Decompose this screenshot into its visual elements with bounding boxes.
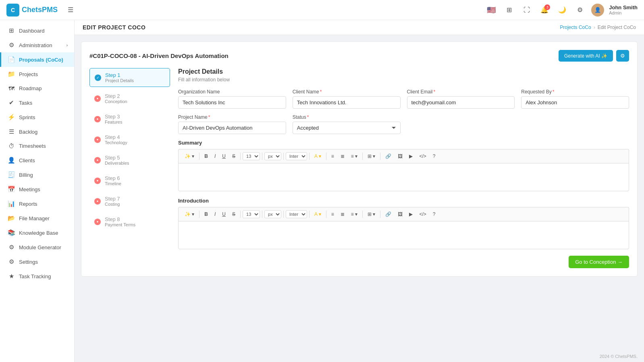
sidebar-item-file-manager[interactable]: 📂 File Manager (0, 211, 74, 225)
sidebar: ⊞ Dashboard ⚙ Administration ›📄 Proposal… (0, 20, 75, 362)
step-item-step8[interactable]: Step 8 Payment Terms (89, 213, 170, 231)
step-label-step4: Technology (105, 140, 127, 145)
sidebar-item-settings[interactable]: ⚙ Settings (0, 254, 74, 269)
sidebar-item-backlog[interactable]: ☰ Backlog (0, 124, 74, 139)
client-name-input[interactable] (293, 96, 401, 109)
status-select[interactable]: AcceptedPendingRejectedIn Progress (293, 122, 401, 134)
align-btn-2[interactable]: ≡ ▾ (348, 210, 360, 219)
align-btn[interactable]: ≡ ▾ (348, 152, 360, 161)
notification-bell[interactable]: 🔔 3 (538, 4, 551, 17)
step-item-step7[interactable]: Step 7 Costing (89, 192, 170, 210)
sidebar-item-meetings[interactable]: 📅 Meetings (0, 182, 74, 197)
unit-select-2[interactable]: px (264, 210, 281, 218)
client-email-label: Client Email* (407, 89, 515, 95)
step-dot-step4 (94, 137, 101, 143)
step-item-step6[interactable]: Step 6 Timeline (89, 172, 170, 190)
step-number-step3: Step 3 (105, 114, 122, 120)
theme-toggle[interactable]: 🌙 (556, 4, 569, 17)
strikethrough-btn[interactable]: S (229, 152, 238, 161)
help-btn-2[interactable]: ? (430, 210, 438, 219)
client-name-label: Client Name* (293, 89, 401, 95)
client-email-input[interactable] (407, 96, 515, 109)
sidebar-item-timesheets[interactable]: ⏱ Timesheets (0, 139, 74, 153)
intro-toolbar: ✨ ▾ B I U S 13 px In (178, 207, 629, 221)
sidebar-item-task-tracking[interactable]: ★ Task Tracking (0, 269, 74, 283)
settings-icon: ⚙ (8, 258, 15, 265)
sidebar-label-roadmap: Roadmap (19, 85, 42, 91)
ol-btn-2[interactable]: ≣ (338, 210, 347, 219)
magic-btn[interactable]: ✨ ▾ (182, 152, 197, 161)
generate-ai-button[interactable]: Generate with AI ✨ (559, 50, 613, 62)
step-item-step2[interactable]: Step 2 Conception (89, 89, 170, 108)
sidebar-item-billing[interactable]: 🧾 Billing (0, 168, 74, 182)
code-btn-2[interactable]: </> (416, 210, 429, 219)
org-name-input[interactable] (178, 96, 286, 109)
project-name-input[interactable] (178, 122, 286, 134)
font-select-2[interactable]: Inter (286, 210, 307, 218)
media-btn[interactable]: ▶ (406, 152, 415, 161)
magic-btn-2[interactable]: ✨ ▾ (182, 210, 197, 219)
step-item-step5[interactable]: Step 5 Deliverables (89, 151, 170, 169)
color-btn-2[interactable]: A ▾ (312, 210, 324, 219)
help-btn[interactable]: ? (430, 152, 438, 161)
ul-btn[interactable]: ≡ (328, 152, 337, 161)
table-btn[interactable]: ⊞ ▾ (365, 152, 378, 161)
sidebar-item-dashboard[interactable]: ⊞ Dashboard (0, 23, 74, 38)
sidebar-item-tasks[interactable]: ✔ Tasks (0, 95, 74, 110)
meetings-icon: 📅 (8, 186, 15, 193)
hamburger-menu[interactable]: ☰ (64, 4, 77, 17)
intro-label: Introduction (178, 198, 629, 204)
summary-editor-body[interactable] (178, 163, 629, 191)
sidebar-item-reports[interactable]: 📊 Reports (0, 197, 74, 211)
step-number-step4: Step 4 (105, 134, 127, 140)
sidebar-item-administration[interactable]: ⚙ Administration › (0, 38, 74, 52)
strikethrough-btn-2[interactable]: S (229, 210, 238, 219)
underline-btn-2[interactable]: U (219, 210, 229, 219)
breadcrumb-separator: › (594, 25, 595, 30)
fontsize-select-2[interactable]: 13 (243, 210, 260, 218)
step-item-step3[interactable]: Step 3 Features (89, 110, 170, 128)
underline-btn[interactable]: U (219, 152, 229, 161)
fullscreen-icon[interactable]: ⛶ (520, 4, 533, 17)
step-item-step1[interactable]: Step 1 Project Details (89, 68, 170, 87)
font-select[interactable]: Inter (286, 152, 307, 160)
logo[interactable]: C ChetsPMS (6, 4, 58, 17)
table-btn-2[interactable]: ⊞ ▾ (365, 210, 378, 219)
image-btn[interactable]: 🖼 (395, 152, 405, 161)
summary-label: Summary (178, 140, 629, 146)
settings-icon[interactable]: ⚙ (573, 4, 586, 17)
italic-btn-2[interactable]: I (212, 210, 218, 219)
language-selector[interactable]: 🇺🇸 (485, 4, 498, 17)
step-item-step4[interactable]: Step 4 Technology (89, 130, 170, 149)
fontsize-select[interactable]: 13 (243, 152, 260, 160)
bold-btn[interactable]: B (202, 152, 211, 161)
media-btn-2[interactable]: ▶ (406, 210, 415, 219)
card-settings-button[interactable]: ⚙ (616, 50, 629, 62)
sidebar-item-sprints[interactable]: ⚡ Sprints (0, 110, 74, 124)
sidebar-item-module-generator[interactable]: ⚙ Module Generator (0, 240, 74, 254)
task-tracking-icon: ★ (8, 273, 15, 280)
sidebar-item-proposals[interactable]: 📄 Proposals (CoCo) (0, 52, 74, 67)
unit-select[interactable]: px (264, 152, 281, 160)
sidebar-item-roadmap[interactable]: 🗺 Roadmap (0, 81, 74, 95)
sidebar-item-clients[interactable]: 👤 Clients (0, 153, 74, 168)
italic-btn[interactable]: I (212, 152, 218, 161)
bold-btn-2[interactable]: B (202, 210, 211, 219)
ol-btn[interactable]: ≣ (338, 152, 347, 161)
link-btn-2[interactable]: 🔗 (382, 210, 394, 219)
next-step-button[interactable]: Go to Conception → (569, 256, 629, 268)
link-btn[interactable]: 🔗 (382, 152, 394, 161)
step-number-step1: Step 1 (105, 72, 134, 78)
code-btn[interactable]: </> (416, 152, 429, 161)
image-btn-2[interactable]: 🖼 (395, 210, 405, 219)
color-btn[interactable]: A ▾ (312, 152, 324, 161)
intro-editor-body[interactable] (178, 221, 629, 249)
apps-grid-icon[interactable]: ⊞ (503, 4, 515, 17)
sidebar-label-administration: Administration (19, 42, 52, 48)
requested-by-input[interactable] (521, 96, 629, 109)
sidebar-item-projects[interactable]: 📁 Projects (0, 67, 74, 81)
breadcrumb-parent[interactable]: Projects CoCo (560, 25, 591, 30)
sidebar-item-knowledge-base[interactable]: 📚 Knowledge Base (0, 225, 74, 240)
ul-btn-2[interactable]: ≡ (328, 210, 337, 219)
top-navigation: C ChetsPMS ☰ 🇺🇸 ⊞ ⛶ 🔔 3 🌙 ⚙ 👤 John Smith… (0, 0, 644, 20)
